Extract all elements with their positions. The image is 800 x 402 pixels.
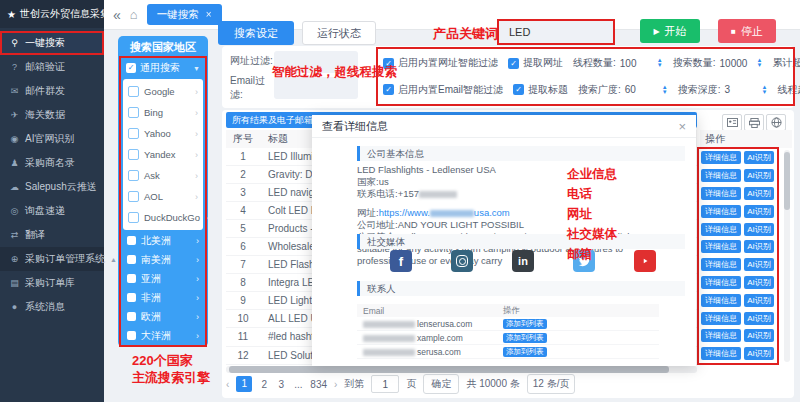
checkbox-unchecked-icon[interactable] [127,236,136,245]
checkbox-checked-icon[interactable]: ✓ [513,84,524,95]
vertical-scrollbar[interactable] [784,150,790,362]
sidebar-item[interactable]: ● 系统消息 ▲ [0,295,104,319]
engine-item[interactable]: Bing › [123,102,203,123]
continent-item[interactable]: 亚洲 › [121,269,205,288]
add-to-list-button[interactable]: 添加到列表 [503,347,547,357]
start-button[interactable]: ▶ 开始 [640,19,700,43]
checkbox-unchecked-icon[interactable] [128,212,139,223]
sidebar-item[interactable]: ◉ AI官网识别 ▲ [0,127,104,151]
checkbox-unchecked-icon[interactable] [127,274,136,283]
sidebar-collapse-icon[interactable]: « [113,7,121,23]
facebook-icon[interactable]: f [390,250,412,272]
tab-run-status[interactable]: 运行状态 [302,21,376,45]
sidebar-item[interactable]: ◎ 询盘速递 ▲ [0,199,104,223]
checkbox-unchecked-icon[interactable] [128,107,139,118]
continent-item[interactable]: 大洋洲 › [121,326,205,345]
detail-info-button[interactable]: 详细信息 [701,187,741,200]
stepper-icon[interactable]: ▲▼ [757,58,763,68]
close-icon[interactable]: × [678,119,686,134]
app-brand[interactable]: ★ 世创云外贸信息采集 ▲ [0,0,104,28]
stepper-icon[interactable]: ▲▼ [762,85,768,95]
detail-info-button[interactable]: 详细信息 [701,169,741,182]
add-to-list-button[interactable]: 添加到列表 [503,333,547,343]
general-search-toggle[interactable]: ✓ 通用搜索 ▼ [121,58,205,78]
sidebar-item[interactable]: ✉ 邮件群发 ▲ [0,79,104,103]
detail-info-button[interactable]: 详细信息 [701,258,741,271]
sidebar-item[interactable]: ✈ 海关数据 ▲ [0,103,104,127]
ai-recognize-button[interactable]: AI识别 [744,347,774,360]
page-number[interactable]: 3 [276,379,286,390]
checkbox-unchecked-icon[interactable] [128,149,139,160]
detail-info-button[interactable]: 详细信息 [701,312,741,325]
checkbox-unchecked-icon[interactable] [128,191,139,202]
thread-count-value[interactable]: 100 [620,58,652,69]
ai-recognize-button[interactable]: AI识别 [744,276,774,289]
search-count-value[interactable]: 10000 [720,58,752,69]
engine-item[interactable]: Ask › [123,165,203,186]
add-to-list-button[interactable]: 添加到列表 [503,319,547,329]
checkbox-unchecked-icon[interactable] [128,170,139,181]
search-breadth-value[interactable]: 60 [625,84,657,95]
detail-info-button[interactable]: 详细信息 [701,294,741,307]
page-number[interactable]: 834 [310,379,327,390]
linkedin-icon[interactable]: in [512,250,534,272]
engine-item[interactable]: Yandex › [123,144,203,165]
checkbox-checked-icon[interactable]: ✓ [126,63,136,73]
ai-recognize-button[interactable]: AI识别 [744,240,774,253]
sidebar-item[interactable]: ☁ Salepush云推送 ▲ [0,175,104,199]
detail-info-button[interactable]: 详细信息 [701,205,741,218]
ai-recognize-button[interactable]: AI识别 [744,223,774,236]
sidebar-item[interactable]: ▤ 采购订单库 ▲ [0,271,104,295]
horizontal-scrollbar[interactable] [226,366,697,373]
contact-card-icon-button[interactable] [722,114,742,131]
detail-info-button[interactable]: 详细信息 [701,347,741,360]
tab-search-settings[interactable]: 搜索设定 [218,21,294,45]
page-number[interactable]: 1 [236,376,252,392]
home-icon[interactable]: ⌂ [130,7,138,22]
checkbox-checked-icon[interactable]: ✓ [383,84,394,95]
sidebar-item[interactable]: ⊕ 采购订单管理系统 ▲ [0,247,104,271]
checkbox-unchecked-icon[interactable] [128,128,139,139]
engine-item[interactable]: AOL › [123,186,203,207]
checkbox-unchecked-icon[interactable] [128,86,139,97]
checkbox-unchecked-icon[interactable] [127,331,136,340]
checkbox-unchecked-icon[interactable] [127,255,136,264]
print-icon-button[interactable] [744,114,764,131]
ai-recognize-button[interactable]: AI识别 [744,294,774,307]
continent-item[interactable]: 欧洲 › [121,307,205,326]
engine-item[interactable]: DuckDuckGo › [123,207,203,228]
sidebar-item[interactable]: ⚲ 一键搜索 ▲ [0,31,104,55]
jump-page-input[interactable] [371,375,399,393]
checkbox-unchecked-icon[interactable] [127,293,136,302]
scrollbar-thumb[interactable] [784,152,790,210]
detail-info-button[interactable]: 详细信息 [701,151,741,164]
engine-item[interactable]: Google › [123,81,203,102]
stop-button[interactable]: ■ 停止 [718,19,776,43]
page-number[interactable]: 2 [259,379,269,390]
tab-one-key-search[interactable]: 一键搜索 × [147,4,222,25]
detail-info-button[interactable]: 详细信息 [701,329,741,342]
next-page-icon[interactable]: › [334,379,337,390]
scrollbar-thumb[interactable] [229,366,669,373]
detail-info-button[interactable]: 详细信息 [701,240,741,253]
youtube-icon[interactable] [634,250,656,272]
ai-recognize-button[interactable]: AI识别 [744,205,774,218]
search-depth-value[interactable]: 3 [725,84,757,95]
ai-recognize-button[interactable]: AI识别 [744,169,774,182]
engine-item[interactable]: Yahoo › [123,123,203,144]
globe-icon-button[interactable] [766,114,786,131]
checkbox-checked-icon[interactable]: ✓ [508,58,519,69]
keyword-input[interactable] [497,19,615,45]
per-page-select[interactable]: 12 条/页 [527,374,576,394]
ai-recognize-button[interactable]: AI识别 [744,258,774,271]
instagram-icon[interactable] [451,250,473,272]
sidebar-item[interactable]: ⇄ 翻译 ▲ [0,223,104,247]
ai-recognize-button[interactable]: AI识别 [744,329,774,342]
stepper-icon[interactable]: ▲▼ [662,85,668,95]
ai-recognize-button[interactable]: AI识别 [744,312,774,325]
continent-item[interactable]: 南美洲 › [121,250,205,269]
prev-page-icon[interactable]: ‹ [226,379,229,390]
ai-recognize-button[interactable]: AI识别 [744,151,774,164]
close-tab-icon[interactable]: × [206,9,212,20]
ai-recognize-button[interactable]: AI识别 [744,187,774,200]
